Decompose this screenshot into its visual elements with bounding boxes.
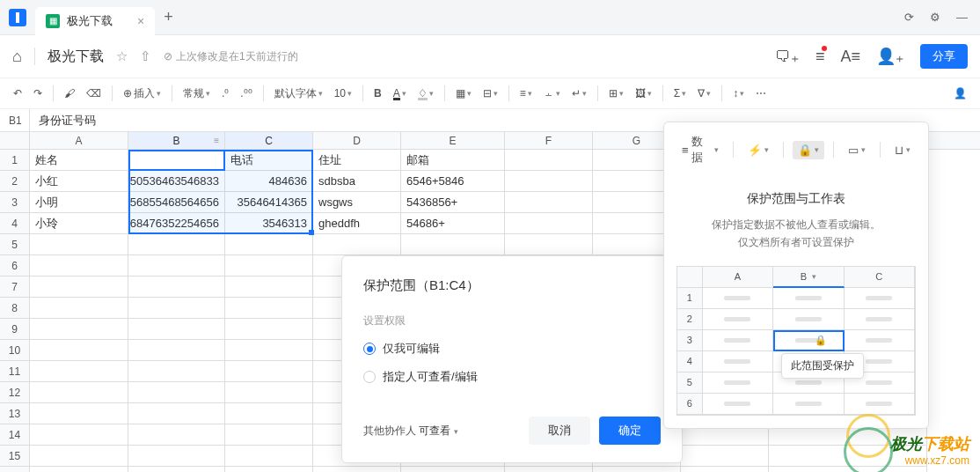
cell[interactable] [128,403,225,424]
filter-icon[interactable]: ≡ [214,136,219,145]
cell[interactable] [225,424,313,446]
cell[interactable] [30,340,128,361]
cell[interactable] [128,382,225,403]
cell[interactable] [30,319,128,340]
cell[interactable] [128,446,225,467]
minimize-icon[interactable]: — [956,11,968,24]
cell[interactable] [225,382,313,403]
cell[interactable] [30,446,128,467]
cell[interactable]: 484636 [225,171,313,192]
image-button[interactable]: 🖼 ▾ [631,85,656,102]
font-size-select[interactable]: 10 ▾ [330,85,356,102]
document-tab[interactable]: ▦ 极光下载 × [35,7,155,35]
cell[interactable]: 身份证号码 [128,150,225,171]
cell[interactable] [128,361,225,382]
cell[interactable]: 住址 [313,150,401,171]
col-header-A[interactable]: A [30,132,128,149]
borders-button[interactable]: ▦ ▾ [451,85,476,102]
split-panel-button[interactable]: ▭▾ [843,141,871,159]
filter-button[interactable]: ∇ ▾ [693,85,715,102]
cell[interactable] [225,361,313,382]
doc-title[interactable]: 极光下载 [48,48,104,66]
cell[interactable] [225,340,313,361]
insert-button[interactable]: ⊕ 插入 ▾ [119,84,165,104]
cell[interactable] [681,446,769,467]
row-header[interactable]: 6 [0,255,30,277]
text-format-icon[interactable]: A≡ [840,48,860,66]
cell[interactable] [681,467,769,472]
cell[interactable]: 小玲 [30,213,128,234]
cell[interactable] [128,234,225,255]
col-header-B[interactable]: B≡ [128,132,225,149]
cell[interactable] [505,192,593,213]
cell[interactable] [30,361,128,382]
cell[interactable]: gheddfh [313,213,401,234]
cell[interactable] [313,467,401,472]
lock-panel-button[interactable]: 🔒▾ [793,141,824,159]
row-header[interactable]: 14 [0,424,30,446]
cell[interactable] [30,382,128,403]
cell[interactable] [128,277,225,298]
redo-button[interactable]: ↷ [29,85,47,102]
cell[interactable] [505,171,593,192]
cell[interactable] [30,255,128,277]
cell[interactable] [593,467,681,472]
data-menu-button[interactable]: ≡ 数据 ▾ [676,131,724,168]
freeze-button[interactable]: ⊞ ▾ [604,85,628,102]
row-header[interactable]: 13 [0,403,30,424]
cell[interactable]: 5436856+ [401,192,505,213]
sort-button[interactable]: ↕ ▾ [728,85,749,102]
settings-icon[interactable]: ⚙ [930,11,940,24]
cell[interactable] [225,319,313,340]
tab-close-icon[interactable]: × [137,14,144,28]
number-format-button[interactable]: 常规 ▾ [179,84,215,104]
cell[interactable] [225,234,313,255]
row-header[interactable]: 12 [0,382,30,403]
cell[interactable]: 邮箱 [401,150,505,171]
comment-icon[interactable]: 🗨₊ [775,47,800,66]
format-painter-button[interactable]: 🖌 [60,85,79,102]
cell[interactable] [505,234,593,255]
cell[interactable] [128,255,225,277]
cell[interactable] [128,424,225,446]
col-header-F[interactable]: F [505,132,593,149]
cell[interactable] [128,467,225,472]
cell[interactable]: 54686+ [401,213,505,234]
row-header[interactable]: 16 [0,467,30,472]
row-header[interactable]: 15 [0,446,30,467]
valign-button[interactable]: ⫠ ▾ [539,85,565,102]
cell[interactable] [225,467,313,472]
font-select[interactable]: 默认字体 ▾ [270,84,327,104]
increase-decimal-button[interactable]: .⁰⁰ [236,85,256,102]
col-header-C[interactable]: C [225,132,313,149]
text-color-button[interactable]: A ▾ [389,85,411,102]
cell[interactable] [30,298,128,319]
merge-button[interactable]: ⊟ ▾ [479,85,502,102]
confirm-button[interactable]: 确定 [599,417,661,445]
formula-button[interactable]: Σ ▾ [669,85,691,102]
radio-specific[interactable]: 指定人可查看/编辑 [363,369,661,385]
new-tab-button[interactable]: + [155,8,182,26]
add-collaborator-icon[interactable]: 👤₊ [876,47,904,66]
cell[interactable]: 小明 [30,192,128,213]
cell[interactable] [769,446,927,467]
cell[interactable] [225,298,313,319]
refresh-icon[interactable]: ⟳ [904,11,914,24]
row-header[interactable]: 4 [0,213,30,234]
cell[interactable] [30,234,128,255]
row-header[interactable]: 5 [0,234,30,255]
plugin-panel-button[interactable]: ⊔▾ [889,141,916,159]
cell[interactable] [313,234,401,255]
sort-panel-button[interactable]: ⚡▾ [742,141,774,159]
cell[interactable] [225,403,313,424]
more-button[interactable]: ⋯ [751,85,771,102]
star-icon[interactable]: ☆ [116,48,128,64]
cell[interactable] [128,298,225,319]
row-header[interactable]: 11 [0,361,30,382]
cell[interactable] [401,234,505,255]
cell[interactable] [505,467,593,472]
list-icon[interactable]: ≡ [815,48,825,66]
cell[interactable] [505,213,593,234]
select-all-corner[interactable] [0,132,30,149]
collab-icon[interactable]: 👤 [949,85,971,102]
